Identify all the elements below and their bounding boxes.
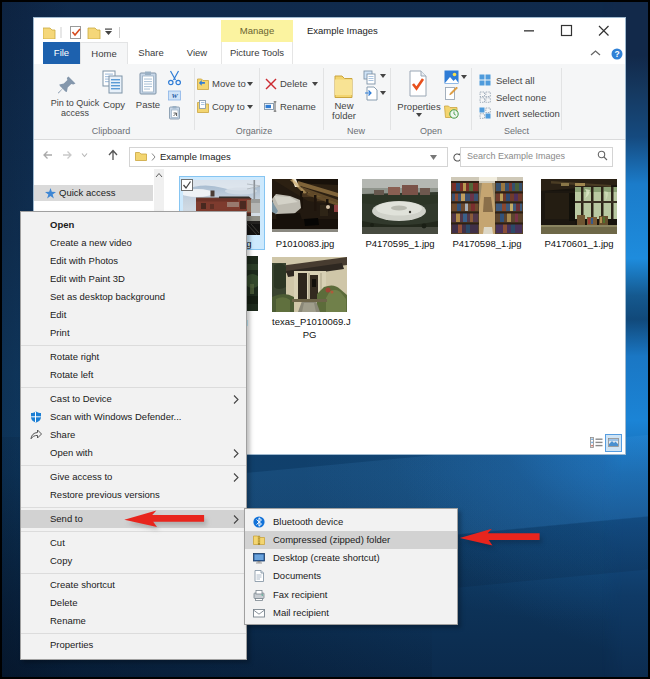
svg-text:?: ? [614,49,619,59]
